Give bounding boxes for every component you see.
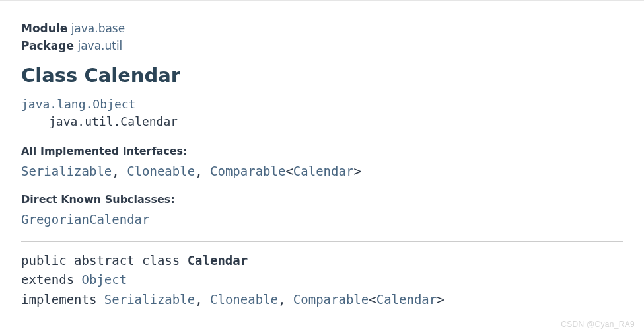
signature-block: public abstract class Calendar extends O…	[21, 251, 644, 309]
signature-line-2: extends Object	[21, 270, 644, 289]
sig-implements-kw: implements	[21, 292, 104, 307]
hierarchy-parent: java.lang.Object	[21, 96, 644, 113]
interface-comparable-param[interactable]: Calendar	[293, 164, 354, 178]
generic-open: <	[369, 292, 376, 307]
page-title: Class Calendar	[21, 64, 644, 87]
generic-close: >	[353, 164, 361, 178]
generic-close: >	[437, 292, 444, 307]
sig-extends-kw: extends	[21, 272, 82, 287]
package-line: Package java.util	[21, 37, 644, 54]
interfaces-list: Serializable, Cloneable, Comparable<Cale…	[21, 164, 644, 178]
sep: ,	[112, 164, 127, 178]
sig-extends-link[interactable]: Object	[82, 272, 127, 287]
subclasses-heading: Direct Known Subclasses:	[21, 193, 644, 205]
interfaces-heading: All Implemented Interfaces:	[21, 145, 644, 157]
subclass-gregorian[interactable]: GregorianCalendar	[21, 212, 149, 227]
hierarchy-self: java.util.Calendar	[49, 113, 644, 130]
sig-impl-cloneable[interactable]: Cloneable	[210, 292, 278, 307]
package-label: Package	[21, 39, 74, 52]
sig-modifiers: public abstract class	[21, 253, 188, 268]
sig-impl-comparable-param[interactable]: Calendar	[376, 292, 437, 307]
signature-line-3: implements Serializable, Cloneable, Comp…	[21, 290, 644, 309]
hierarchy-parent-link[interactable]: java.lang.Object	[21, 97, 135, 111]
package-link[interactable]: java.util	[77, 39, 122, 52]
subclasses-list: GregorianCalendar	[21, 212, 644, 227]
sep: ,	[195, 164, 210, 178]
interface-serializable[interactable]: Serializable	[21, 164, 112, 178]
sep: ,	[278, 292, 293, 307]
divider	[21, 241, 623, 242]
sig-class-name: Calendar	[188, 253, 248, 268]
sig-impl-comparable[interactable]: Comparable	[293, 292, 369, 307]
signature-line-1: public abstract class Calendar	[21, 251, 644, 270]
sig-impl-serializable[interactable]: Serializable	[104, 292, 195, 307]
interface-comparable[interactable]: Comparable	[210, 164, 285, 178]
sep: ,	[195, 292, 210, 307]
watermark: CSDN @Cyan_RA9	[561, 320, 635, 329]
module-label: Module	[21, 22, 67, 35]
generic-open: <	[285, 164, 293, 178]
interface-cloneable[interactable]: Cloneable	[127, 164, 195, 178]
module-line: Module java.base	[21, 20, 644, 37]
module-link[interactable]: java.base	[71, 22, 125, 35]
